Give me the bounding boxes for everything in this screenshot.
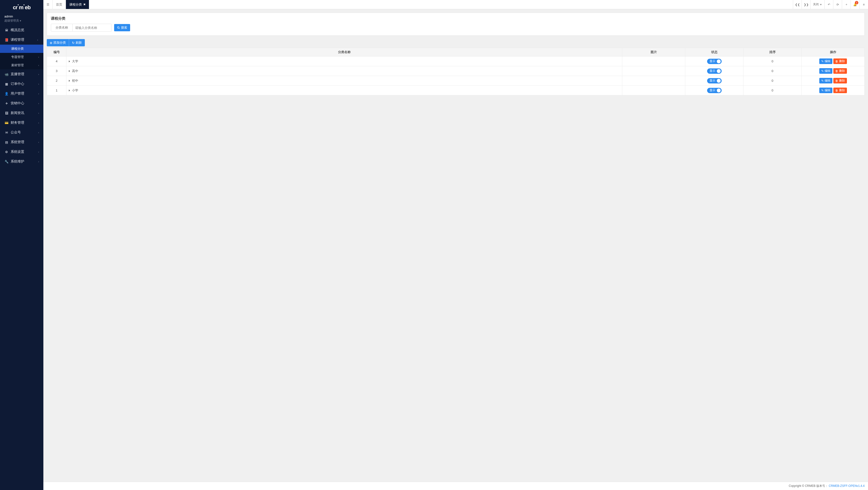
live-icon: 📹 <box>4 73 9 76</box>
category-name-label: 分类名称 <box>51 24 73 31</box>
col-status: 状态 <box>685 48 743 57</box>
edit-label: 编辑 <box>825 69 831 73</box>
delete-button[interactable]: 🗑 删除 <box>833 88 847 93</box>
cell-image <box>622 66 685 76</box>
refresh-button[interactable]: ↻ 刷新 <box>69 39 85 46</box>
user-role-dropdown[interactable]: 超级管理员▼ <box>4 19 39 23</box>
add-category-button[interactable]: ⊕ 添加分类 <box>47 39 69 46</box>
refresh-page-button[interactable]: ⟳ <box>833 0 842 9</box>
delete-button[interactable]: 🗑 删除 <box>833 68 847 74</box>
toggle-knob <box>717 89 721 92</box>
col-id: 编号 <box>47 48 66 57</box>
caret-down-icon: ▼ <box>820 3 822 6</box>
tab-scroll-left-button[interactable]: ❮❮ <box>793 0 802 9</box>
workspace: 课程分类 分类名称 搜索 ⊕ 添加分类 <box>43 9 868 482</box>
category-name: 初中 <box>72 79 78 83</box>
trash-icon: 🗑 <box>835 69 838 73</box>
nav-item-user[interactable]: 👤用户管理› <box>0 89 43 98</box>
double-chevron-right-icon: ❯❯ <box>804 3 809 6</box>
close-icon[interactable]: ✖ <box>83 3 86 6</box>
tab-label: 首页 <box>56 2 62 7</box>
cell-ops: ✎ 编辑🗑 删除 <box>802 76 865 86</box>
cell-ops: ✎ 编辑🗑 删除 <box>802 57 865 66</box>
brand-text: crmeb <box>13 4 31 10</box>
status-toggle-label: 显示 <box>710 88 715 92</box>
status-toggle[interactable]: 显示 <box>707 59 722 64</box>
delete-button[interactable]: 🗑 删除 <box>833 58 847 64</box>
copyright-text: Copyright © CRMEB 版本号： <box>789 484 828 488</box>
sub-nav-item[interactable]: 素材管理‹ <box>0 61 43 69</box>
close-tabs-dropdown[interactable]: 关闭 ▼ <box>810 0 825 9</box>
footer: Copyright © CRMEB 版本号： CRMEB-ZSFF-OPENv1… <box>43 482 868 490</box>
nav-item-label: 系统设置 <box>11 150 24 154</box>
delete-label: 删除 <box>839 79 845 83</box>
finance-icon: 💳 <box>4 121 9 125</box>
refresh-icon: ↻ <box>72 41 74 45</box>
cell-name: 大学 <box>66 57 622 66</box>
edit-button[interactable]: ✎ 编辑 <box>819 58 832 64</box>
search-button[interactable]: 搜索 <box>114 24 130 31</box>
status-toggle[interactable]: 显示 <box>707 78 722 83</box>
cell-id: 2 <box>47 76 66 86</box>
sidebar-toggle-button[interactable]: ☰ <box>43 0 53 9</box>
tab[interactable]: 首页 <box>53 0 66 9</box>
col-image: 图片 <box>622 48 685 57</box>
nav-item-wechat[interactable]: ✉公众号› <box>0 127 43 137</box>
nav-item-order[interactable]: ▦订单中心› <box>0 79 43 89</box>
nav-item-overview[interactable]: 🏛概况总览 <box>0 25 43 35</box>
status-toggle[interactable]: 显示 <box>707 68 722 74</box>
nav-item-news[interactable]: 🖼新闻资讯› <box>0 108 43 118</box>
chevron-icon: › <box>38 92 39 95</box>
nav-item-live[interactable]: 📹直播管理› <box>0 69 43 79</box>
delete-button[interactable]: 🗑 删除 <box>833 78 847 83</box>
filter-panel: 课程分类 分类名称 搜索 <box>47 12 865 36</box>
back-button[interactable]: ↶ <box>825 0 833 9</box>
sub-nav: 课程分类专题管理‹素材管理‹ <box>0 45 43 69</box>
table-toolbar: ⊕ 添加分类 ↻ 刷新 <box>47 39 865 46</box>
tab-label: 课程分类 <box>69 2 82 7</box>
marketing-icon: ✈ <box>4 102 9 105</box>
col-sort: 排序 <box>743 48 802 57</box>
list-button[interactable]: ≡ <box>859 0 868 9</box>
cell-sort: 0 <box>743 76 802 86</box>
search-icon <box>117 26 120 29</box>
nav-item-marketing[interactable]: ✈营销中心› <box>0 98 43 108</box>
edit-button[interactable]: ✎ 编辑 <box>819 88 832 93</box>
nav-item-system[interactable]: ▤系统管理› <box>0 137 43 147</box>
main-area: ☰ 首页课程分类✖ ❮❮ ❯❯ 关闭 ▼ ↶ ⟳ ＋ 🔔 0 ≡ 课程分类 <box>43 0 868 490</box>
version-link[interactable]: CRMEB-ZSFF-OPENv1.4.4 <box>829 484 865 488</box>
nav-item-settings[interactable]: ⚙系统设置› <box>0 147 43 157</box>
edit-button[interactable]: ✎ 编辑 <box>819 68 832 74</box>
status-toggle[interactable]: 显示 <box>707 88 722 93</box>
expand-row-icon[interactable] <box>69 60 70 62</box>
sub-nav-item[interactable]: 专题管理‹ <box>0 53 43 61</box>
edit-button[interactable]: ✎ 编辑 <box>819 78 832 83</box>
nav-item-label: 公众号 <box>11 130 21 135</box>
expand-row-icon[interactable] <box>69 89 70 91</box>
plus-icon: ＋ <box>845 2 848 6</box>
category-name-input[interactable] <box>73 24 112 31</box>
sub-nav-item[interactable]: 课程分类 <box>0 45 43 53</box>
pencil-icon: ✎ <box>821 69 824 73</box>
nav-item-label: 新闻资讯 <box>11 111 24 115</box>
expand-row-icon[interactable] <box>69 70 70 72</box>
toolbar-button-group: ⊕ 添加分类 ↻ 刷新 <box>47 39 85 46</box>
nav-item-course[interactable]: 📕课程管理⌄ <box>0 35 43 45</box>
tab[interactable]: 课程分类✖ <box>66 0 89 9</box>
chevron-icon: › <box>38 141 39 144</box>
nav-item-maintain[interactable]: 🔧系统维护› <box>0 157 43 166</box>
svg-line-1 <box>119 28 120 29</box>
notifications-button[interactable]: 🔔 0 <box>850 0 859 9</box>
cell-sort: 0 <box>743 86 802 95</box>
caret-down-icon: ▼ <box>20 20 22 22</box>
delete-label: 删除 <box>839 88 845 92</box>
cell-status: 显示 <box>685 86 743 95</box>
svg-point-0 <box>118 27 119 28</box>
chevron-icon: ‹ <box>38 64 39 67</box>
expand-row-icon[interactable] <box>69 80 70 82</box>
cell-name: 初中 <box>66 76 622 86</box>
chevron-icon: › <box>38 83 39 85</box>
tab-scroll-right-button[interactable]: ❯❯ <box>802 0 810 9</box>
nav-item-finance[interactable]: 💳财务管理› <box>0 118 43 127</box>
add-button[interactable]: ＋ <box>842 0 850 9</box>
